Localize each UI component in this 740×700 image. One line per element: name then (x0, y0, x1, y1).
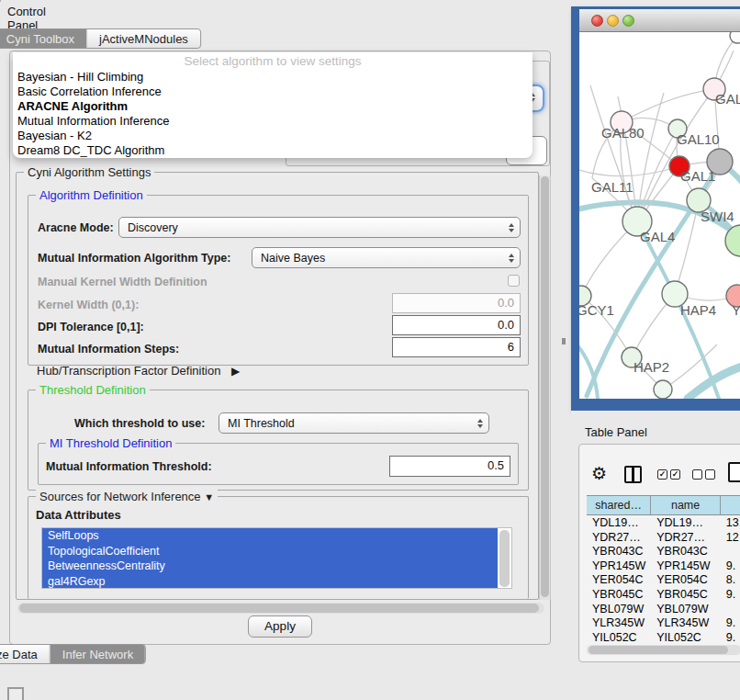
cell[interactable]: YBR045C (587, 587, 651, 602)
table-row[interactable]: YBL079WYBL079W (587, 602, 740, 616)
popup-item-bayesian-hill-climbing[interactable]: Bayesian - Hill Climbing (13, 69, 533, 84)
popup-item-aracne[interactable]: ARACNE Algorithm (13, 98, 533, 113)
cell[interactable]: 9. (721, 630, 740, 645)
list-item[interactable]: gal4RGexp (42, 574, 498, 590)
tab-discretize-data[interactable]: Discretize Data (0, 645, 50, 663)
gear-icon[interactable]: ⚙ (591, 463, 607, 484)
manual-kernel-checkbox[interactable] (508, 275, 520, 287)
stepper-icon[interactable] (472, 419, 488, 428)
mi-steps-field[interactable]: 6 (392, 337, 521, 357)
cell[interactable]: YBL079W (587, 602, 651, 616)
apply-button[interactable]: Apply (248, 615, 312, 638)
list-item[interactable]: TopologicalCoefficient (42, 544, 498, 559)
column-header-a[interactable]: A (721, 496, 740, 514)
checkbox-checked-icon[interactable]: ✓ (670, 469, 680, 480)
cell[interactable]: YBR043C (651, 544, 721, 559)
table-row[interactable]: YBR043CYBR043C (587, 544, 740, 559)
column-header-name[interactable]: name (651, 496, 721, 514)
cell[interactable]: YDL19… (651, 515, 721, 530)
stepper-icon[interactable] (503, 254, 520, 263)
table-horizontal-scrollbar-thumb[interactable] (589, 646, 728, 654)
tab-cyni-toolbox[interactable]: Cyni Toolbox (0, 29, 86, 48)
cell[interactable]: YPR145W (587, 559, 651, 573)
checkbox-checked-icon[interactable]: ✓ (657, 469, 667, 480)
docked-panel-icon[interactable] (7, 687, 24, 700)
cell[interactable]: YLR345W (651, 615, 721, 630)
cell[interactable]: YER054C (651, 572, 721, 587)
table-row[interactable]: YPR145WYPR145W9. (587, 559, 740, 573)
stepper-icon[interactable] (503, 223, 520, 232)
network-node[interactable] (730, 32, 740, 43)
table-row[interactable]: YLR345WYLR345W9. (587, 615, 740, 630)
mi-type-value: Naive Bayes (261, 252, 503, 265)
popup-item-dream8[interactable]: Dream8 DC_TDC Algorithm (13, 141, 533, 156)
settings-vertical-scrollbar[interactable] (539, 175, 551, 600)
cell[interactable]: 13 (721, 515, 740, 530)
checkbox-unchecked-icon[interactable] (705, 469, 715, 480)
kernel-width-field[interactable]: 0.0 (392, 293, 521, 313)
cell[interactable]: YLR345W (587, 615, 651, 630)
settings-vertical-scrollbar-thumb[interactable] (541, 176, 549, 597)
network-window-titlebar[interactable] (579, 9, 740, 32)
cell[interactable] (721, 602, 740, 616)
popup-item-bayesian-k2[interactable]: Bayesian - K2 (13, 128, 533, 142)
table-horizontal-scrollbar[interactable] (587, 645, 740, 655)
hub-definition-label: Hub/Transcription Factor Definition (37, 364, 220, 378)
dpi-tolerance-field[interactable]: 0.0 (392, 315, 521, 335)
network-node[interactable] (654, 380, 672, 399)
cell[interactable]: 8. (721, 572, 740, 587)
table-row[interactable]: YBR045CYBR045C9. (587, 587, 740, 602)
collapse-down-icon[interactable]: ▼ (204, 491, 214, 502)
data-attributes-list[interactable]: SelfLoops TopologicalCoefficient Between… (41, 527, 512, 589)
network-view-window[interactable]: GAL GAL80 GAL10 GAL1 GAL11 SWI4 GAL4 GCY… (571, 6, 740, 411)
minimize-traffic-light-icon[interactable] (607, 15, 619, 27)
mi-threshold-field[interactable]: 0.5 (389, 456, 510, 477)
list-item[interactable]: BetweennessCentrality (42, 559, 498, 574)
checkbox-unchecked-icon[interactable] (692, 469, 702, 480)
table-row[interactable]: YDL19…YDL19…13 (587, 515, 740, 530)
cell[interactable]: 9. (721, 615, 740, 630)
cell[interactable]: YBR043C (587, 544, 651, 559)
aracne-mode-combo[interactable]: Discovery (118, 217, 521, 238)
cyni-algorithm-settings-title: Cyni Algorithm Settings (24, 165, 154, 179)
table-row[interactable]: YDR27…YDR27…12 (587, 530, 740, 545)
popup-item-mutual-information[interactable]: Mutual Information Inference (13, 113, 533, 128)
cell[interactable]: 9. (721, 559, 740, 573)
cell[interactable]: YDR27… (651, 530, 721, 545)
expand-right-icon[interactable]: ▶ (231, 365, 240, 378)
tab-jactivemnodules[interactable]: jActiveMNodules (86, 29, 200, 48)
cell[interactable]: YIL052C (651, 630, 721, 645)
cell[interactable]: YBR045C (651, 587, 721, 602)
zoom-traffic-light-icon[interactable] (622, 15, 634, 27)
document-icon[interactable] (728, 462, 740, 482)
settings-horizontal-scrollbar-thumb[interactable] (19, 604, 539, 613)
tab-infer-network[interactable]: Infer Network (50, 645, 145, 663)
hub-definition-expander[interactable]: Hub/Transcription Factor Definition ▶ (37, 364, 240, 378)
list-scrollbar-thumb[interactable] (499, 530, 510, 587)
cell[interactable] (721, 544, 740, 559)
table-row[interactable]: YIL052CYIL052C9. (587, 630, 740, 645)
close-traffic-light-icon[interactable] (591, 15, 603, 27)
mi-type-combo[interactable]: Naive Bayes (252, 247, 521, 268)
list-item[interactable]: SelfLoops (42, 528, 498, 544)
columns-icon[interactable] (624, 466, 642, 483)
settings-horizontal-scrollbar[interactable] (17, 603, 544, 614)
column-header-shared[interactable]: shared… (587, 496, 651, 514)
cell[interactable]: YDR27… (587, 530, 651, 545)
which-threshold-combo[interactable]: MI Threshold (219, 412, 489, 434)
popup-item-basic-correlation[interactable]: Basic Correlation Inference (13, 84, 533, 98)
node-label: GAL (715, 91, 740, 107)
aracne-mode-value: Discovery (128, 221, 503, 234)
cell[interactable]: 9. (721, 587, 740, 602)
cell[interactable]: YDL19… (587, 515, 651, 530)
cell[interactable]: 12 (721, 530, 740, 545)
sources-group: Sources for Network Inference ▼ Data Att… (28, 496, 529, 599)
cell[interactable]: YBL079W (651, 602, 721, 616)
cell[interactable]: YER054C (587, 572, 651, 587)
cell[interactable]: YPR145W (651, 559, 721, 573)
network-canvas[interactable]: GAL GAL80 GAL10 GAL1 GAL11 SWI4 GAL4 GCY… (579, 32, 740, 399)
table-row[interactable]: YER054CYER054C8. (587, 572, 740, 587)
cell[interactable]: YIL052C (587, 630, 651, 645)
splitter-handle[interactable] (562, 338, 566, 344)
popup-header: Select algorithm to view settings (13, 52, 533, 69)
